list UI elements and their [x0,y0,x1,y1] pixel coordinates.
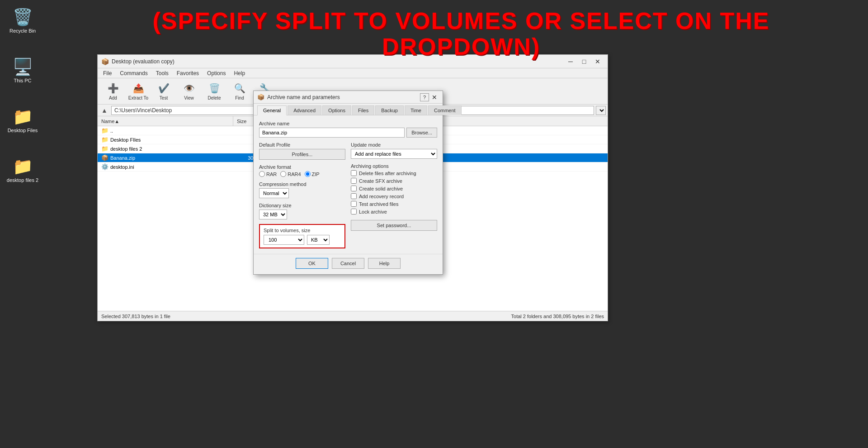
toolbar-test[interactable]: ✔️ Test [152,80,175,103]
toolbar-add[interactable]: ➕ Add [101,80,125,103]
dialog-close-button[interactable]: ✕ [430,93,439,101]
compression-method-select[interactable]: Normal [259,188,289,198]
split-value-input[interactable]: 100 [264,235,304,245]
dialog-title-text: Archive name and parameters [267,94,340,100]
recycle-bin-label: Recycle Bin [9,28,36,33]
dictionary-size-label: Dictionary size [259,203,345,208]
tab-options[interactable]: Options [322,105,351,115]
format-rar-option[interactable]: RAR [259,171,277,177]
status-left: Selected 307,813 bytes in 1 file [101,314,170,319]
dialog-body: Archive name Browse... Default Profile P… [254,115,443,254]
toolbar-extract-to[interactable]: 📤 Extract To [127,80,150,103]
dialog-help-button[interactable]: ? [420,93,429,101]
tab-advanced[interactable]: Advanced [288,105,321,115]
update-mode-label: Update mode [351,142,437,148]
option-test-archived[interactable]: Test archived files [351,201,437,207]
help-button[interactable]: Help [368,258,401,269]
tab-backup[interactable]: Backup [375,105,404,115]
browse-button[interactable]: Browse... [406,128,437,138]
this-pc-icon[interactable]: 🖥️ This PC [5,54,41,87]
status-bar: Selected 307,813 bytes in 1 file Total 2… [98,311,608,321]
split-to-volumes-section: Split to volumes, size 100 KB B MB GB [259,224,345,248]
option-create-solid[interactable]: Create solid archive [351,186,437,191]
option-delete-files[interactable]: Delete files after archiving [351,170,437,176]
archive-name-label: Archive name [259,121,437,126]
update-mode-select[interactable]: Add and replace files [351,149,437,159]
annotation-text: (SPECIFY SPLIT TO VOLUMES OR SELECT ON T… [81,8,841,60]
set-password-button[interactable]: Set password... [351,220,437,231]
menu-file[interactable]: File [99,69,115,77]
option-add-recovery[interactable]: Add recovery record [351,193,437,199]
up-button[interactable]: ▲ [99,105,109,115]
toolbar-find[interactable]: 🔍 Find [228,80,251,103]
split-unit-select[interactable]: KB B MB GB [307,235,330,245]
archive-dialog: 📦 Archive name and parameters ? ✕ Genera… [253,91,443,275]
menu-tools[interactable]: Tools [152,69,172,77]
status-right: Total 2 folders and 308,095 bytes in 2 f… [511,314,604,319]
desktop-files-label: Desktop Files [8,128,38,133]
format-rar4-option[interactable]: RAR4 [280,171,301,177]
dialog-tabs: General Advanced Options Files Backup Ti… [254,104,443,115]
profiles-button[interactable]: Profiles... [259,149,345,160]
menu-options[interactable]: Options [203,69,229,77]
option-lock-archive[interactable]: Lock archive [351,209,437,214]
split-label: Split to volumes, size [264,228,341,233]
archive-name-input[interactable] [259,128,405,138]
tab-time[interactable]: Time [405,105,427,115]
this-pc-label: This PC [14,78,31,83]
format-zip-option[interactable]: ZIP [305,171,320,177]
desktop-files-2-label: desktop files 2 [7,177,38,183]
tab-general[interactable]: General [257,105,287,115]
archive-format-label: Archive format [259,164,345,170]
desktop-files-icon[interactable]: 📁 Desktop Files [5,104,41,137]
address-dropdown[interactable] [596,106,606,115]
compression-method-label: Compression method [259,181,345,187]
ok-button[interactable]: OK [296,258,328,269]
menu-commands[interactable]: Commands [116,69,151,77]
dialog-footer: OK Cancel Help [254,254,443,274]
cancel-button[interactable]: Cancel [332,258,364,269]
desktop-files-2-icon[interactable]: 📁 desktop files 2 [5,154,41,186]
menu-bar: File Commands Tools Favorites Options He… [98,68,608,78]
toolbar-view[interactable]: 👁️ View [177,80,201,103]
default-profile-label: Default Profile [259,142,345,148]
dictionary-size-select[interactable]: 32 MB [259,210,287,219]
menu-favorites[interactable]: Favorites [173,69,203,77]
option-create-sfx[interactable]: Create SFX archive [351,178,437,184]
tab-comment[interactable]: Comment [428,105,462,115]
col-header-name[interactable]: Name ▲ [98,116,233,126]
archiving-options-label: Archiving options [351,163,437,169]
toolbar-delete[interactable]: 🗑️ Delete [203,80,226,103]
dialog-titlebar: 📦 Archive name and parameters ? ✕ [254,91,443,104]
recycle-bin-icon[interactable]: 🗑️ Recycle Bin [5,5,41,37]
menu-help[interactable]: Help [230,69,249,77]
dialog-title-icon: 📦 [257,94,264,100]
tab-files[interactable]: Files [352,105,374,115]
